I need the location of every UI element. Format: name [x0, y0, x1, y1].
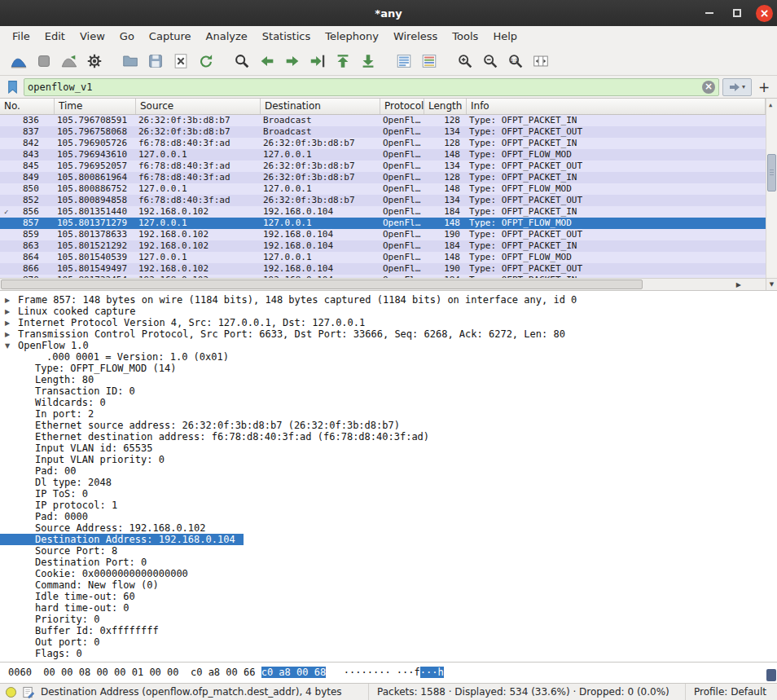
detail-row[interactable]: Flags: 0 [0, 648, 777, 659]
detail-row[interactable]: Buffer Id: 0xffffffff [0, 625, 777, 636]
packet-row[interactable]: 863105.801521292192.168.0.102192.168.0.1… [0, 240, 766, 252]
expander-collapsed-icon[interactable]: ▶ [5, 318, 10, 329]
packet-row[interactable]: 845105.796952057f6:78:d8:40:3f:ad26:32:0… [0, 161, 766, 172]
menu-item-wireless[interactable]: Wireless [386, 28, 445, 45]
open-file-button[interactable] [117, 49, 143, 73]
detail-row[interactable]: ▶Frame 857: 148 bytes on wire (1184 bits… [0, 294, 777, 306]
column-header-info[interactable]: Info [467, 99, 766, 114]
column-header-length[interactable]: Length [424, 99, 467, 114]
detail-row[interactable]: ▶Internet Protocol Version 4, Src: 127.0… [0, 317, 777, 328]
packet-row[interactable]: 837105.79675806826:32:0f:3b:d8:b7Broadca… [0, 126, 766, 138]
detail-row[interactable]: Source Address: 192.168.0.102 [0, 522, 777, 534]
hex-bytes-selected[interactable]: c0 a8 00 68 [261, 667, 326, 678]
detail-row[interactable]: ▶Transmission Control Protocol, Src Port… [0, 328, 777, 340]
profile-button[interactable]: Profile: Default [686, 686, 777, 698]
menu-item-help[interactable]: Help [485, 28, 525, 45]
packet-row-selected[interactable]: 857105.801371279127.0.0.1127.0.0.1OpenFl… [0, 218, 766, 229]
detail-row[interactable]: Wildcards: 0 [0, 397, 777, 408]
detail-row-selected[interactable]: Destination Address: 192.168.0.104 [0, 534, 244, 545]
go-last-button[interactable] [355, 49, 380, 73]
packet-row[interactable]: 864105.801540539127.0.0.1127.0.0.1OpenFl… [0, 252, 766, 263]
capture-comment-icon[interactable] [22, 685, 35, 698]
start-capture-button[interactable] [6, 49, 31, 73]
detail-row[interactable]: Length: 80 [0, 374, 777, 385]
detail-row[interactable]: IP protocol: 1 [0, 500, 777, 511]
reload-button[interactable] [193, 49, 218, 73]
hex-ascii-selected[interactable]: ···h [420, 667, 444, 678]
filter-clear-icon[interactable]: × [702, 81, 715, 94]
packet-row[interactable]: 866105.801549497192.168.0.102192.168.0.1… [0, 263, 766, 275]
expert-info-icon[interactable] [6, 687, 16, 698]
column-header-no[interactable]: No. [0, 99, 55, 114]
packet-list-vertical-scrollbar[interactable]: ▲ [766, 99, 777, 278]
detail-row[interactable]: Destination Port: 0 [0, 557, 777, 568]
detail-row[interactable]: hard time-out: 0 [0, 602, 777, 614]
detail-row[interactable]: Out port: 0 [0, 636, 777, 648]
packet-row[interactable]: 842105.796905726f6:78:d8:40:3f:ad26:32:0… [0, 138, 766, 149]
close-file-button[interactable] [168, 49, 193, 73]
expander-collapsed-icon[interactable]: ▶ [5, 306, 10, 318]
detail-row[interactable]: Ethernet source address: 26:32:0f:3b:d8:… [0, 420, 777, 431]
detail-row[interactable]: Pad: 00 [0, 465, 777, 477]
hscroll-right-arrow-icon[interactable]: ▶ [736, 281, 741, 288]
expander-expanded-icon[interactable]: ▼ [5, 341, 10, 352]
packet-row[interactable]: 849105.800861964f6:78:d8:40:3f:ad26:32:0… [0, 172, 766, 183]
menu-item-tools[interactable]: Tools [445, 28, 485, 45]
packet-row[interactable]: 850105.800886752127.0.0.1127.0.0.1OpenFl… [0, 183, 766, 195]
detail-row[interactable]: ▶Linux cooked capture [0, 306, 777, 317]
packet-row[interactable]: 852105.800894858f6:78:d8:40:3f:ad26:32:0… [0, 195, 766, 206]
packet-row[interactable]: 836105.79670859126:32:0f:3b:d8:b7Broadca… [0, 115, 766, 126]
menu-item-statistics[interactable]: Statistics [255, 28, 318, 45]
detail-row[interactable]: Input VLAN id: 65535 [0, 442, 777, 454]
capture-options-button[interactable] [81, 49, 107, 73]
detail-row[interactable]: Type: OFPT_FLOW_MOD (14) [0, 363, 777, 374]
detail-row[interactable]: In port: 2 [0, 408, 777, 420]
packet-row[interactable]: 870105.801722454192.168.0.102192.168.0.1… [0, 275, 766, 278]
column-header-destination[interactable]: Destination [261, 99, 380, 114]
filter-bookmark-icon[interactable] [4, 79, 20, 95]
detail-row[interactable]: Input VLAN priority: 0 [0, 454, 777, 465]
find-packet-button[interactable] [229, 49, 254, 73]
detail-row[interactable]: Ethernet destination address: f6:78:d8:4… [0, 431, 777, 442]
menu-item-go[interactable]: Go [112, 28, 142, 45]
filter-add-button[interactable]: + [755, 78, 773, 96]
detail-row[interactable]: Priority: 0 [0, 614, 777, 625]
go-to-packet-button[interactable] [305, 49, 330, 73]
packet-row[interactable]: 843105.796943610127.0.0.1127.0.0.1OpenFl… [0, 149, 766, 161]
go-first-button[interactable] [330, 49, 355, 73]
hex-scrollbar-handle[interactable] [766, 669, 776, 681]
menu-item-capture[interactable]: Capture [142, 28, 199, 45]
filter-field[interactable]: × [24, 78, 719, 96]
go-forward-button[interactable] [279, 49, 305, 73]
detail-row[interactable]: Idle time-out: 60 [0, 591, 777, 602]
minimize-button[interactable] [700, 4, 718, 22]
hex-bytes[interactable]: 00 00 08 00 00 01 00 00 c0 a8 00 66 [32, 667, 261, 678]
column-header-source[interactable]: Source [136, 99, 261, 114]
vscroll-handle[interactable] [767, 154, 776, 192]
detail-row[interactable]: Cookie: 0x0000000000000000 [0, 568, 777, 579]
detail-row[interactable]: Transaction ID: 0 [0, 385, 777, 397]
titlebar[interactable]: *any × [0, 0, 777, 26]
column-header-time[interactable]: Time [55, 99, 136, 114]
save-file-button[interactable] [143, 49, 168, 73]
filter-apply-button[interactable]: ▾ [722, 78, 752, 96]
stop-capture-button[interactable] [31, 49, 56, 73]
menu-item-edit[interactable]: Edit [37, 28, 72, 45]
menu-item-file[interactable]: File [5, 28, 37, 45]
menu-item-analyze[interactable]: Analyze [199, 28, 255, 45]
expander-collapsed-icon[interactable]: ▶ [5, 295, 10, 306]
display-filter-input[interactable] [28, 79, 702, 95]
detail-row[interactable]: Pad: 0000 [0, 511, 777, 522]
detail-row[interactable]: Source Port: 8 [0, 545, 777, 557]
restart-capture-button[interactable] [56, 49, 81, 73]
resize-columns-button[interactable] [528, 49, 553, 73]
detail-row[interactable]: IP ToS: 0 [0, 488, 777, 500]
colorize-button[interactable] [416, 49, 441, 73]
detail-row[interactable]: ▼OpenFlow 1.0 [0, 340, 777, 351]
go-back-button[interactable] [254, 49, 279, 73]
zoom-in-button[interactable] [452, 49, 477, 73]
hex-ascii[interactable]: ········ ···f [326, 667, 420, 678]
packet-row[interactable]: 859105.801378633192.168.0.102192.168.0.1… [0, 229, 766, 240]
menu-item-telephony[interactable]: Telephony [318, 28, 386, 45]
detail-row[interactable]: Command: New flow (0) [0, 579, 777, 591]
